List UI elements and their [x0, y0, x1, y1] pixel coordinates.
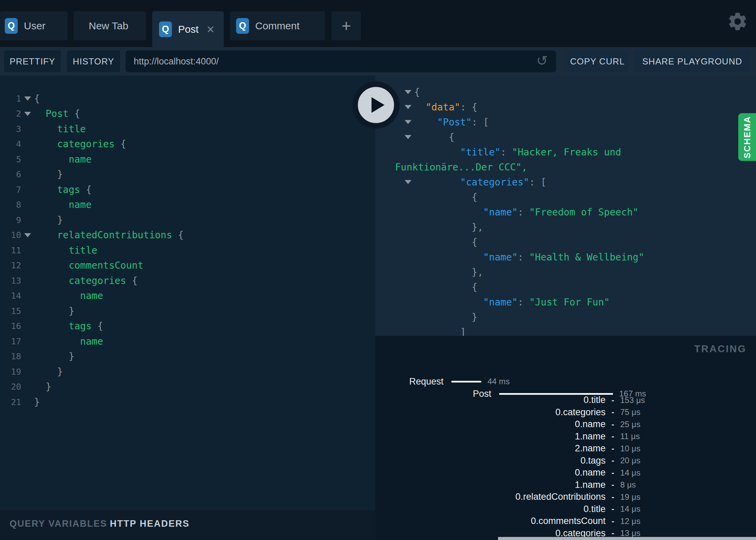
close-tab-icon[interactable]: ×	[207, 23, 214, 36]
fold-arrow-icon[interactable]	[405, 180, 411, 184]
editor-line: 13 categories {	[0, 273, 375, 288]
response-line: Funktionäre...Der CCC",	[375, 160, 756, 175]
fold-arrow-icon[interactable]	[24, 96, 31, 101]
play-icon	[372, 97, 384, 113]
response-line: "categories": [	[375, 175, 756, 190]
response-line: "data": {	[375, 100, 756, 115]
line-number: 6	[0, 169, 21, 179]
trace-span-label: Request	[375, 375, 444, 388]
response-line: }	[375, 310, 756, 325]
response-line: },	[375, 220, 756, 235]
resolver-path: 0.commentsCount	[375, 516, 606, 526]
fold-arrow-icon[interactable]	[405, 120, 411, 124]
line-number: 9	[0, 215, 21, 225]
reload-schema-icon[interactable]: ↺	[536, 50, 548, 72]
tracing-panel: TRACING Request44 msPost167 ms 0.title-1…	[375, 336, 756, 540]
resolver-path: 1.name	[375, 480, 606, 490]
endpoint-url-input[interactable]	[126, 50, 556, 72]
resolver-tick: -	[606, 395, 620, 405]
tab-user[interactable]: QUser	[0, 11, 68, 40]
tab-post[interactable]: QPost×	[152, 11, 224, 47]
trace-resolver-row: 0.name-25 μs	[375, 418, 756, 431]
trace-resolver-row: 1.name-8 μs	[375, 479, 756, 491]
query-badge: Q	[159, 21, 172, 37]
response-line: ]	[375, 325, 756, 336]
response-line: "name": "Just For Fun"	[375, 295, 756, 310]
line-number: 10	[0, 230, 21, 240]
resolver-duration: 20 μs	[620, 456, 640, 465]
resolver-path: 0.relatedContributions	[375, 492, 606, 502]
tab-label: Post	[178, 24, 199, 35]
line-number: 12	[0, 260, 21, 270]
line-number: 14	[0, 291, 21, 301]
tab-label: Comment	[255, 20, 300, 32]
line-number: 5	[0, 154, 21, 164]
tab-comment[interactable]: QComment	[230, 11, 325, 40]
history-button[interactable]: HISTORY	[67, 50, 120, 72]
prettify-button[interactable]: PRETTIFY	[4, 50, 61, 72]
response-line: {	[375, 280, 756, 295]
http-headers-tab[interactable]: HTTP HEADERS	[110, 519, 190, 529]
horizontal-scrollbar[interactable]	[498, 537, 756, 540]
fold-arrow-icon[interactable]	[24, 233, 31, 237]
tab-bar: QUserNew TabQPost×QComment +	[0, 0, 756, 47]
line-number: 13	[0, 276, 21, 286]
resolver-path: 0.categories	[375, 407, 606, 418]
trace-span-duration: 44 ms	[488, 376, 510, 387]
response-line: {	[375, 190, 756, 205]
tab-new-tab[interactable]: New Tab	[74, 11, 146, 40]
line-number: 3	[0, 124, 21, 134]
resolver-duration: 75 μs	[620, 407, 640, 417]
share-playground-button[interactable]: SHARE PLAYGROUND	[635, 50, 750, 72]
fold-arrow-icon[interactable]	[405, 90, 411, 94]
response-line: {	[375, 235, 756, 250]
resolver-tick: -	[606, 480, 620, 490]
response-pane: { "data": { "Post": [ { "title": "Hacker…	[375, 76, 756, 336]
query-variables-tab[interactable]: QUERY VARIABLES	[10, 519, 107, 529]
line-number: 11	[0, 245, 21, 255]
resolver-duration: 12 μs	[620, 516, 640, 526]
response-line: {	[375, 85, 756, 100]
trace-resolver-row: 0.tags-20 μs	[375, 455, 756, 467]
resolver-path: 0.tags	[375, 455, 606, 466]
query-badge: Q	[236, 18, 249, 34]
copy-curl-button[interactable]: COPY CURL	[567, 50, 628, 72]
resolver-path: 0.name	[375, 467, 606, 478]
fold-arrow-icon[interactable]	[24, 112, 31, 116]
line-number: 7	[0, 185, 21, 195]
resolver-duration: 10 μs	[620, 444, 640, 453]
tab-label: User	[24, 20, 45, 32]
schema-side-tab[interactable]: SCHEMA	[738, 113, 756, 161]
trace-resolver-row: 0.relatedContributions-19 μs	[375, 491, 756, 503]
resolver-tick: -	[606, 504, 620, 514]
editor-line: 21}	[0, 394, 375, 410]
editor-bottom-bar: QUERY VARIABLES HTTP HEADERS	[0, 510, 375, 540]
tab-label: New Tab	[89, 20, 128, 32]
graphql-playground-window: QUserNew TabQPost×QComment + PRETTIFY HI…	[0, 0, 756, 540]
trace-span-bar	[451, 381, 481, 382]
resolver-duration: 25 μs	[620, 420, 640, 429]
resolver-duration: 11 μs	[620, 432, 640, 441]
line-number: 8	[0, 200, 21, 210]
fold-arrow-icon[interactable]	[405, 105, 411, 109]
editor-line: 10 relatedContributions {	[0, 228, 375, 243]
resolver-path: 2.name	[375, 443, 606, 454]
resolver-duration: 19 μs	[620, 492, 640, 502]
fold-arrow-icon[interactable]	[405, 135, 411, 139]
query-editor[interactable]: 1{2 Post {3 title4 categories {5 name6 }…	[0, 76, 375, 510]
execute-query-button[interactable]	[352, 81, 399, 129]
editor-line: 9 }	[0, 212, 375, 228]
resolver-tick: -	[606, 407, 620, 417]
trace-resolver-row: 0.commentsCount-12 μs	[375, 515, 756, 527]
trace-resolver-row: 0.title-14 μs	[375, 503, 756, 515]
resolver-path: 0.title	[375, 504, 606, 514]
editor-line: 2 Post {	[0, 106, 375, 122]
query-badge: Q	[5, 18, 18, 34]
settings-gear-icon[interactable]	[727, 11, 748, 32]
resolver-duration: 14 μs	[620, 504, 640, 514]
resolver-path: 1.name	[375, 431, 606, 442]
trace-resolver-row: 0.name-14 μs	[375, 467, 756, 479]
tracing-title: TRACING	[694, 343, 746, 355]
editor-line: 3 title	[0, 121, 375, 137]
new-tab-button[interactable]: +	[332, 11, 361, 40]
